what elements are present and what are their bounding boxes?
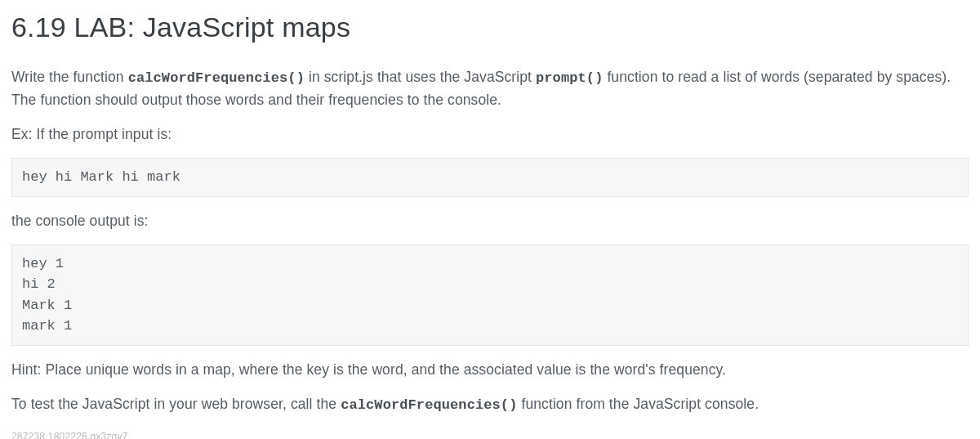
intro-code2: prompt() [536, 70, 603, 86]
page-title: 6.19 LAB: JavaScript maps [11, 7, 969, 48]
footer-id: 287238.1802226.qx3zqy7 [11, 429, 969, 440]
example-label: Ex: If the prompt input is: [11, 123, 969, 145]
intro-text-mid1: in script.js that uses the JavaScript [305, 69, 536, 85]
test-instruction-pre: To test the JavaScript in your web brows… [11, 396, 341, 412]
example-input-block: hey hi Mark hi mark [11, 158, 969, 197]
hint-paragraph: Hint: Place unique words in a map, where… [11, 359, 969, 380]
output-label: the console output is: [11, 210, 969, 231]
intro-paragraph: Write the function calcWordFrequencies()… [11, 66, 969, 110]
intro-code1: calcWordFrequencies() [128, 70, 305, 86]
test-instruction-paragraph: To test the JavaScript in your web brows… [11, 393, 969, 416]
intro-text-pre1: Write the function [11, 69, 128, 85]
example-output-block: hey 1 hi 2 Mark 1 mark 1 [11, 244, 969, 346]
test-instruction-code: calcWordFrequencies() [341, 397, 517, 413]
test-instruction-post: function from the JavaScript console. [517, 396, 759, 412]
